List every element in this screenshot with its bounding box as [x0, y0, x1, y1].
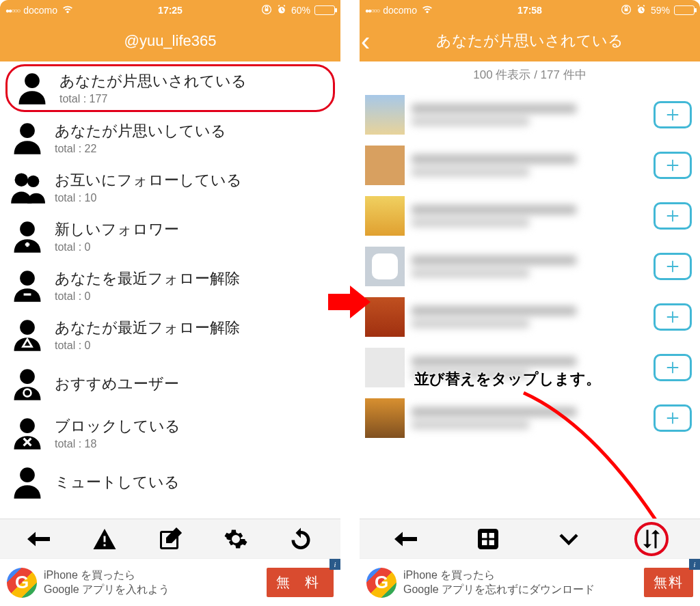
menu-list: あなたが片思いされているtotal : 177あなたが片思いしているtotal …	[0, 61, 340, 519]
svg-rect-21	[478, 529, 498, 549]
menu-title: あなたが片思いしている	[55, 121, 331, 141]
add-button[interactable]	[654, 152, 692, 179]
menu-item-0[interactable]: あなたが片思いされているtotal : 177	[5, 64, 335, 112]
person-triangle-icon	[10, 317, 45, 353]
menu-title: あなたを最近フォロー解除	[55, 268, 331, 289]
svg-marker-6	[39, 135, 45, 144]
user-row[interactable]	[360, 191, 700, 241]
ad-banner[interactable]: G iPhone を買ったら Google アプリを忘れずにダウンロード 無料 …	[360, 558, 700, 606]
nav-bar: ‹ あなたが片思いされている	[360, 20, 700, 61]
nav-back-button[interactable]: ‹	[361, 27, 370, 55]
lock-rotation-icon	[261, 4, 272, 17]
menu-title: あなたが最近フォロー解除	[55, 318, 331, 338]
ad-info-icon[interactable]: i	[329, 559, 340, 570]
menu-subtitle: total : 10	[55, 192, 331, 204]
menu-item-4[interactable]: あなたを最近フォロー解除total : 0	[0, 261, 340, 310]
carrier-label: docomo	[383, 5, 417, 16]
google-logo-icon: G	[366, 568, 396, 598]
avatar	[365, 247, 405, 286]
ad-info-icon[interactable]: i	[689, 559, 700, 570]
menu-item-5[interactable]: あなたが最近フォロー解除total : 0	[0, 310, 340, 359]
menu-item-7[interactable]: ブロックしているtotal : 18	[0, 409, 340, 458]
compose-button[interactable]	[154, 523, 186, 555]
refresh-button[interactable]	[285, 523, 317, 555]
user-row[interactable]	[360, 292, 700, 342]
svg-point-5	[20, 123, 35, 138]
signal-dots-icon: ●●○○○	[5, 7, 19, 14]
battery-icon	[674, 5, 695, 15]
avatar	[365, 297, 405, 337]
add-button[interactable]	[654, 101, 692, 128]
ad-cta-button[interactable]: 無 料	[267, 568, 334, 597]
person-circle-icon	[10, 366, 45, 402]
menu-title: お互いにフォローしている	[55, 170, 331, 191]
svg-point-8	[27, 176, 39, 187]
toolbar	[360, 519, 700, 558]
menu-title: ミュートしている	[55, 472, 331, 493]
svg-point-7	[15, 173, 29, 186]
svg-rect-18	[625, 8, 628, 11]
left-phone: ●●○○○ docomo 17:25 60% @yuu_life365	[0, 0, 340, 606]
user-text	[412, 154, 647, 176]
user-row[interactable]	[360, 241, 700, 292]
user-row[interactable]	[360, 89, 700, 140]
menu-subtitle: total : 18	[55, 438, 331, 450]
alarm-icon	[276, 4, 287, 17]
svg-point-9	[20, 221, 35, 236]
person-minus-icon	[10, 268, 45, 303]
wifi-icon	[421, 5, 433, 16]
add-button[interactable]	[654, 354, 692, 381]
status-bar: ●●○○○ docomo 17:25 60%	[0, 0, 340, 20]
ad-cta-button[interactable]: 無料	[644, 568, 693, 597]
ad-text: iPhone を買ったら Google アプリを忘れずにダウンロード	[403, 568, 644, 597]
nav-bar: @yuu_life365	[0, 20, 340, 61]
menu-subtitle: total : 177	[59, 93, 326, 105]
right-phone: ●●○○○ docomo 17:58 59% ‹ あなたが片思いされている	[360, 0, 700, 606]
wifi-icon	[62, 5, 74, 16]
grid-button[interactable]	[472, 523, 504, 555]
person-mute-icon	[10, 465, 45, 500]
count-label: 100 件表示 / 177 件中	[360, 61, 700, 89]
ad-banner[interactable]: G iPhone を買ったら Google アプリを入れよう 無 料 i	[0, 558, 340, 606]
google-logo-icon: G	[7, 568, 37, 598]
svg-point-15	[20, 467, 35, 482]
battery-pct: 60%	[291, 5, 310, 16]
add-button[interactable]	[654, 303, 692, 331]
people-icon	[10, 169, 45, 205]
svg-point-11	[20, 320, 35, 335]
person-left-icon	[14, 70, 50, 106]
carrier-label: docomo	[23, 5, 57, 16]
settings-button[interactable]	[220, 523, 252, 555]
add-button[interactable]	[654, 253, 692, 280]
battery-pct: 59%	[651, 5, 670, 16]
user-row[interactable]	[360, 140, 700, 191]
menu-item-1[interactable]: あなたが片思いしているtotal : 22	[0, 113, 340, 163]
page-title: あなたが片思いされている	[436, 31, 623, 51]
svg-point-10	[20, 271, 35, 286]
collapse-button[interactable]	[553, 523, 584, 555]
person-plus-icon	[10, 219, 45, 254]
person-right-icon	[10, 120, 45, 156]
avatar	[365, 196, 405, 236]
time-label: 17:58	[517, 5, 542, 16]
user-text	[412, 306, 647, 328]
avatar	[365, 398, 405, 438]
svg-point-12	[20, 369, 35, 384]
menu-subtitle: total : 0	[55, 290, 331, 303]
menu-item-3[interactable]: 新しいフォロワーtotal : 0	[0, 212, 340, 261]
toolbar	[0, 519, 340, 558]
sort-button[interactable]	[634, 522, 669, 556]
menu-title: おすすめユーザー	[55, 374, 331, 394]
ad-text: iPhone を買ったら Google アプリを入れよう	[44, 568, 267, 597]
menu-item-2[interactable]: お互いにフォローしているtotal : 10	[0, 163, 340, 212]
warning-button[interactable]	[89, 523, 120, 555]
menu-item-8[interactable]: ミュートしている	[0, 458, 340, 507]
back-button[interactable]	[391, 523, 422, 555]
add-button[interactable]	[654, 202, 692, 230]
back-button[interactable]	[24, 523, 55, 555]
svg-point-14	[20, 418, 35, 433]
avatar	[365, 348, 405, 387]
avatar	[365, 146, 405, 185]
page-title: @yuu_life365	[124, 32, 217, 50]
menu-item-6[interactable]: おすすめユーザー	[0, 359, 340, 409]
